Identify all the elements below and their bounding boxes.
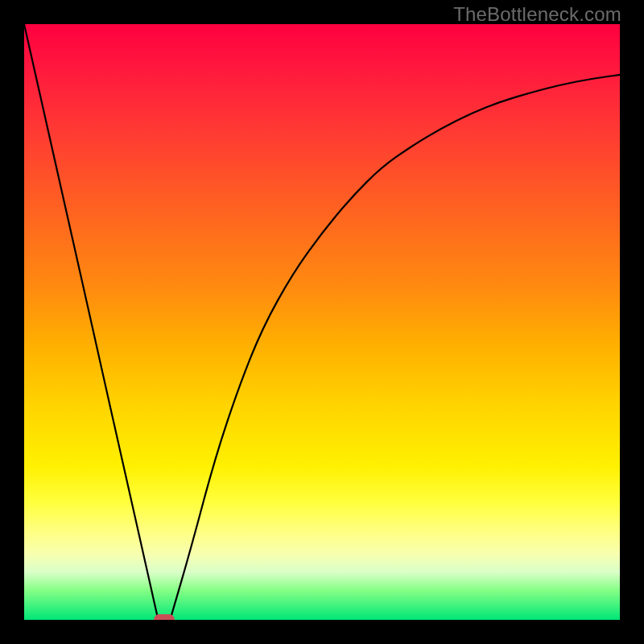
- minimum-marker: [154, 614, 175, 620]
- plot-area: [24, 24, 620, 620]
- curve-layer: [24, 24, 620, 620]
- chart-frame: TheBottleneck.com: [0, 0, 644, 644]
- watermark-text: TheBottleneck.com: [453, 3, 621, 26]
- curve-right-branch: [170, 75, 620, 620]
- curve-left-branch: [24, 24, 159, 620]
